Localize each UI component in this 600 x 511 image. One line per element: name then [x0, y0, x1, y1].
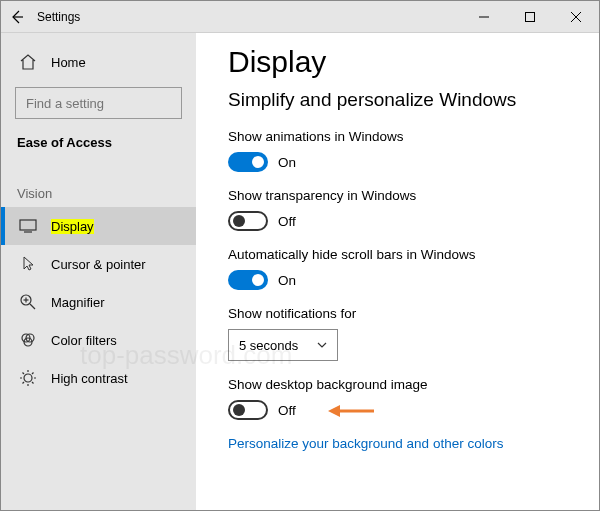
svg-rect-7	[20, 220, 36, 230]
cursor-icon	[17, 253, 39, 275]
search-input[interactable]	[24, 95, 196, 112]
svg-line-22	[32, 382, 34, 384]
maximize-button[interactable]	[507, 1, 553, 33]
titlebar: Settings	[1, 1, 599, 33]
nav-item-display[interactable]: Display	[1, 207, 196, 245]
nav-home[interactable]: Home	[1, 43, 196, 81]
svg-rect-2	[526, 12, 535, 21]
toggle-transparency[interactable]	[228, 211, 268, 231]
toggle-animations[interactable]	[228, 152, 268, 172]
nav-item-label: Color filters	[51, 333, 117, 348]
minimize-icon	[479, 12, 489, 22]
svg-line-24	[32, 373, 34, 375]
nav-item-color-filters[interactable]: Color filters	[1, 321, 196, 359]
sidebar: Home Ease of Access Vision Display Curso…	[1, 33, 196, 510]
svg-point-16	[24, 374, 32, 382]
minimize-button[interactable]	[461, 1, 507, 33]
maximize-icon	[525, 12, 535, 22]
toggle-state: On	[278, 155, 296, 170]
personalize-link[interactable]: Personalize your background and other co…	[228, 436, 599, 451]
page-heading: Display	[228, 45, 599, 79]
svg-line-23	[23, 382, 25, 384]
color-filters-icon	[17, 329, 39, 351]
close-icon	[571, 12, 581, 22]
chevron-down-icon	[317, 342, 327, 348]
setting-label: Show transparency in Windows	[228, 188, 599, 203]
arrow-left-icon	[9, 9, 25, 25]
nav-item-high-contrast[interactable]: High contrast	[1, 359, 196, 397]
home-icon	[17, 51, 39, 73]
nav-item-label: Display	[51, 219, 94, 234]
display-icon	[17, 215, 39, 237]
high-contrast-icon	[17, 367, 39, 389]
close-button[interactable]	[553, 1, 599, 33]
toggle-state: On	[278, 273, 296, 288]
nav-item-label: Cursor & pointer	[51, 257, 146, 272]
svg-line-10	[30, 304, 35, 309]
combo-value: 5 seconds	[239, 338, 298, 353]
nav-home-label: Home	[51, 55, 86, 70]
nav-item-magnifier[interactable]: Magnifier	[1, 283, 196, 321]
magnifier-icon	[17, 291, 39, 313]
nav-item-cursor-pointer[interactable]: Cursor & pointer	[1, 245, 196, 283]
search-box[interactable]	[15, 87, 182, 119]
setting-label: Show animations in Windows	[228, 129, 599, 144]
setting-label: Automatically hide scroll bars in Window…	[228, 247, 599, 262]
nav-item-label: Magnifier	[51, 295, 104, 310]
toggle-state: Off	[278, 214, 296, 229]
toggle-state: Off	[278, 403, 296, 418]
window-title: Settings	[33, 10, 80, 24]
toggle-scrollbars[interactable]	[228, 270, 268, 290]
nav-item-label: High contrast	[51, 371, 128, 386]
sidebar-group: Vision	[1, 164, 196, 207]
content-pane: Display Simplify and personalize Windows…	[196, 33, 599, 510]
page-subheading: Simplify and personalize Windows	[228, 89, 599, 111]
notify-duration-combo[interactable]: 5 seconds	[228, 329, 338, 361]
annotation-arrow-icon	[326, 401, 376, 421]
svg-line-21	[23, 373, 25, 375]
setting-label: Show desktop background image	[228, 377, 599, 392]
toggle-desktop-bg[interactable]	[228, 400, 268, 420]
back-button[interactable]	[1, 1, 33, 33]
setting-label: Show notifications for	[228, 306, 599, 321]
sidebar-section: Ease of Access	[1, 129, 196, 164]
svg-marker-26	[328, 405, 340, 417]
